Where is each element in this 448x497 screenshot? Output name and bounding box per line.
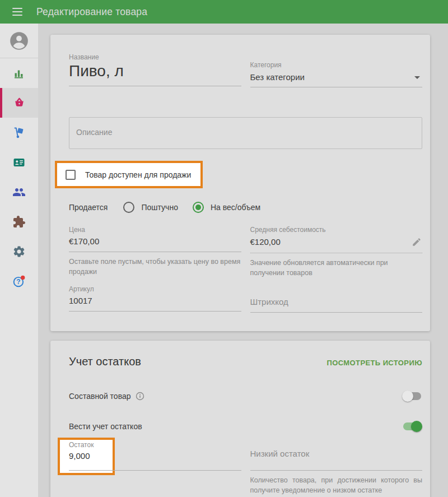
inventory-title: Учет остатков [69, 355, 141, 368]
sold-by-option-each[interactable]: Поштучно [123, 202, 178, 213]
low-stock-input[interactable]: Низкий остаток [250, 441, 423, 471]
page-title: Редактирование товара [36, 6, 147, 18]
barcode-placeholder: Штрихкод [250, 297, 288, 307]
items-basket-icon [12, 96, 26, 110]
track-stock-toggle[interactable] [402, 421, 422, 432]
menu-hamburger-icon[interactable] [12, 8, 22, 16]
stock-field: Остаток 9,000 [69, 441, 241, 495]
app-header: Редактирование товара [0, 0, 448, 24]
sidebar-item-apps[interactable] [0, 207, 38, 236]
barcode-input[interactable]: Штрихкод [250, 297, 423, 313]
edit-cost-button[interactable] [411, 236, 422, 248]
cost-label: Средняя себестоимость [250, 226, 423, 234]
product-name-field[interactable]: Название Пиво, л [69, 53, 241, 87]
account-icon [8, 30, 30, 52]
available-for-sale-checkbox[interactable] [66, 170, 76, 180]
low-stock-hint: Количество товара, при достижении которо… [250, 475, 423, 495]
sidebar-item-reports[interactable] [0, 58, 38, 88]
composite-row: Составной товар [69, 389, 422, 403]
customers-people-icon [12, 185, 26, 199]
sidebar-item-settings[interactable] [0, 236, 38, 266]
sold-by-row: Продается Поштучно На вес/объем [69, 201, 422, 214]
category-field: Категория Без категории [250, 61, 423, 87]
radio-checked-icon [193, 202, 204, 213]
stock-input-underline [69, 470, 241, 471]
reports-chart-icon [12, 67, 26, 80]
price-field: Цена €170,00 Оставьте поле пустым, чтобы… [69, 226, 241, 278]
apps-puzzle-icon [12, 215, 26, 229]
info-icon[interactable] [136, 392, 144, 401]
price-label: Цена [69, 226, 241, 234]
sidebar-item-employees[interactable] [0, 147, 38, 177]
pencil-icon [412, 237, 422, 247]
description-placeholder: Описание [76, 128, 415, 137]
low-stock-field: Низкий остаток Количество товара, при до… [250, 441, 423, 495]
chevron-down-icon [414, 76, 420, 79]
price-value: €170,00 [69, 236, 99, 247]
cost-value: €120,00 [250, 237, 281, 247]
inventory-card: Учет остатков ПОСМОТРЕТЬ ИСТОРИЮ Составн… [50, 341, 430, 497]
product-name-input[interactable]: Пиво, л [69, 62, 241, 86]
sidebar: ? [0, 24, 38, 497]
inventory-handtruck-icon [12, 126, 26, 140]
sidebar-item-customers[interactable] [0, 177, 38, 207]
sidebar-item-account[interactable] [0, 24, 38, 58]
sku-input[interactable]: 10017 [69, 296, 241, 312]
cost-field: Средняя себестоимость €120,00 Значение о… [250, 226, 423, 278]
available-for-sale-label: Товар доступен для продажи [85, 170, 191, 179]
sold-by-option-weight[interactable]: На вес/объем [193, 202, 260, 213]
settings-gear-icon [12, 245, 26, 258]
category-select[interactable]: Без категории [250, 72, 423, 87]
sold-by-option-weight-label: На вес/объем [211, 203, 260, 212]
stock-input[interactable]: 9,000 [69, 451, 241, 461]
cost-hint: Значение обновляется автоматически при п… [250, 258, 423, 278]
cost-input: €120,00 [250, 236, 423, 253]
price-input[interactable]: €170,00 [69, 236, 241, 252]
svg-text:?: ? [16, 278, 20, 286]
main-content: Название Пиво, л Категория Без категории… [38, 24, 448, 497]
view-history-link[interactable]: ПОСМОТРЕТЬ ИСТОРИЮ [326, 359, 422, 367]
product-details-card: Название Пиво, л Категория Без категории… [50, 35, 430, 331]
sku-field: Артикул 10017 [69, 285, 241, 313]
price-hint: Оставьте поле пустым, чтобы указать цену… [69, 257, 241, 277]
available-for-sale-highlight: Товар доступен для продажи [55, 161, 203, 188]
stock-label: Остаток [69, 441, 241, 449]
sold-by-option-each-label: Поштучно [141, 203, 178, 212]
product-name-label: Название [69, 53, 241, 61]
sidebar-item-items[interactable] [0, 88, 38, 118]
composite-toggle[interactable] [402, 391, 422, 402]
employees-badge-icon [12, 156, 26, 169]
sku-value: 10017 [69, 296, 92, 306]
sidebar-item-inventory[interactable] [0, 118, 38, 147]
help-icon: ? [12, 274, 26, 289]
track-stock-row: Вести учет остатков [69, 420, 422, 433]
category-value: Без категории [250, 72, 305, 82]
sold-by-label: Продается [69, 203, 108, 212]
category-label: Категория [250, 61, 423, 69]
barcode-field: Штрихкод [250, 285, 423, 313]
composite-label: Составной товар [69, 392, 131, 401]
radio-unchecked-icon [123, 202, 134, 213]
sidebar-item-help[interactable]: ? [0, 266, 38, 296]
track-stock-label: Вести учет остатков [69, 422, 142, 431]
sku-label: Артикул [69, 285, 241, 293]
description-textarea[interactable]: Описание [69, 117, 422, 149]
